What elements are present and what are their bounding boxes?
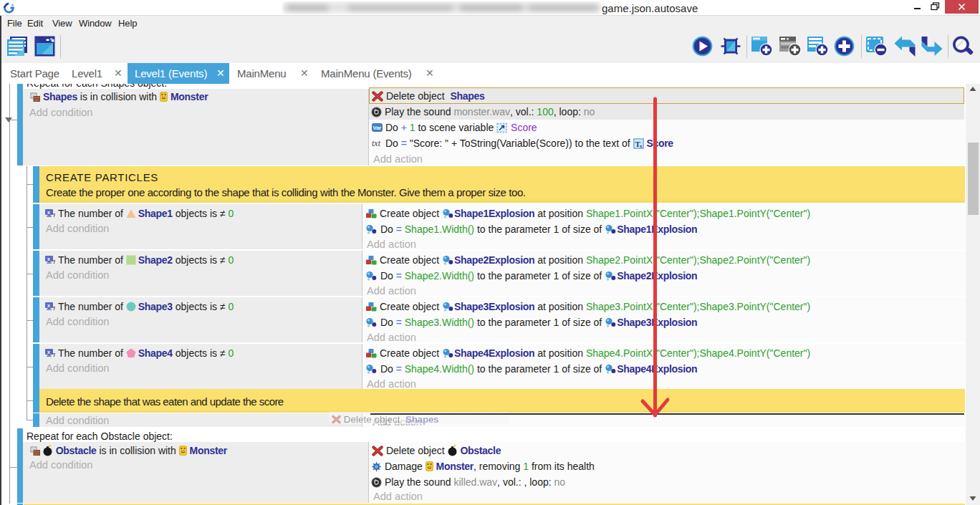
svg-text:x: x <box>47 256 50 261</box>
svg-text:txt: txt <box>372 138 381 148</box>
svg-text:x: x <box>47 210 50 215</box>
svg-text:Var: Var <box>373 125 382 131</box>
svg-text:x: x <box>47 350 50 355</box>
svg-text:x: x <box>47 303 50 308</box>
